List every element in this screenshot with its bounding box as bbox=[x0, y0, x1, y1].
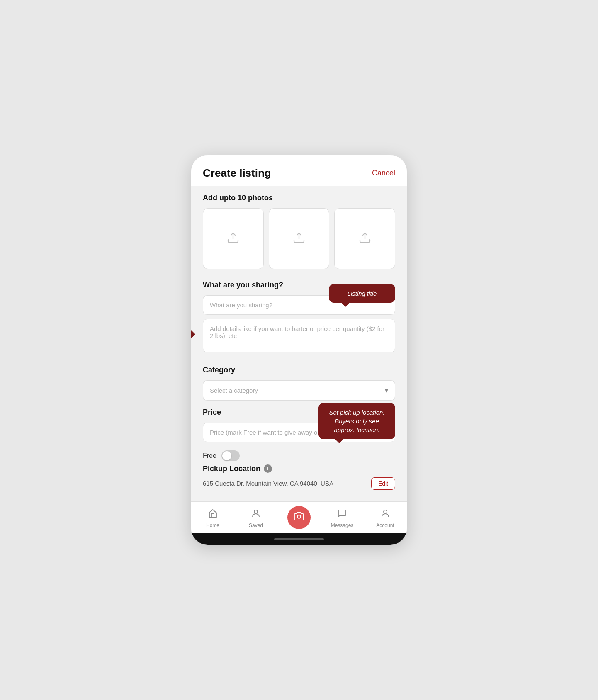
upload-icon-1 bbox=[226, 231, 240, 246]
listing-details-input[interactable] bbox=[203, 319, 395, 352]
saved-icon bbox=[251, 508, 261, 521]
cancel-button[interactable]: Cancel bbox=[372, 169, 395, 177]
nav-label-messages: Messages bbox=[331, 523, 354, 528]
nav-label-saved: Saved bbox=[249, 523, 263, 528]
sharing-title: What are you sharing? bbox=[203, 281, 395, 289]
free-toggle[interactable] bbox=[221, 450, 240, 461]
listing-title-input[interactable] bbox=[203, 295, 395, 315]
svg-point-0 bbox=[254, 510, 258, 513]
nav-item-messages[interactable]: Messages bbox=[328, 508, 357, 528]
category-title: Category bbox=[203, 366, 395, 374]
location-row: 615 Cuesta Dr, Mountain View, CA 94040, … bbox=[203, 477, 395, 490]
home-bar bbox=[274, 538, 324, 540]
price-title: Price bbox=[203, 408, 395, 417]
photos-section: Add upto 10 photos bbox=[203, 186, 395, 273]
photos-label: Add upto 10 photos bbox=[203, 194, 395, 202]
price-input[interactable] bbox=[203, 423, 395, 442]
bottom-nav: Home Saved bbox=[191, 501, 407, 533]
messages-icon bbox=[337, 508, 347, 521]
page-header: Create listing Cancel bbox=[191, 155, 407, 186]
category-placeholder: Select a category bbox=[210, 387, 258, 394]
sharing-section: What are you sharing? bbox=[203, 281, 395, 358]
pickup-title: Pickup Location bbox=[203, 464, 260, 473]
free-row: Free bbox=[203, 450, 395, 461]
phone-screen: Create listing Cancel Add upto 10 photos bbox=[191, 155, 407, 545]
upload-icon-3 bbox=[358, 231, 372, 246]
nav-item-saved[interactable]: Saved bbox=[241, 508, 270, 528]
photo-upload-1[interactable] bbox=[203, 208, 264, 269]
nav-item-account[interactable]: Account bbox=[371, 508, 400, 528]
pickup-section: Pickup Location i 615 Cuesta Dr, Mountai… bbox=[203, 464, 395, 490]
nav-item-home[interactable]: Home bbox=[198, 508, 227, 528]
home-indicator bbox=[191, 533, 407, 545]
nav-item-camera[interactable] bbox=[284, 506, 314, 531]
edit-location-button[interactable]: Edit bbox=[371, 477, 395, 490]
photo-grid bbox=[203, 208, 395, 269]
upload-icon-2 bbox=[292, 231, 306, 246]
price-section: Price Free bbox=[203, 408, 395, 461]
chevron-down-icon: ▾ bbox=[385, 386, 388, 394]
content-container: Add upto 10 photos bbox=[191, 186, 407, 501]
svg-point-1 bbox=[297, 515, 301, 518]
free-label: Free bbox=[203, 452, 216, 459]
category-section: Category Select a category ▾ bbox=[203, 366, 395, 401]
account-icon bbox=[380, 508, 390, 521]
camera-icon bbox=[294, 512, 304, 523]
category-dropdown[interactable]: Select a category ▾ bbox=[203, 380, 395, 401]
toggle-knob bbox=[222, 451, 231, 460]
main-content: Add upto 10 photos bbox=[191, 186, 407, 501]
photo-upload-3[interactable] bbox=[334, 208, 395, 269]
pickup-header: Pickup Location i bbox=[203, 464, 395, 473]
photo-upload-2[interactable] bbox=[269, 208, 330, 269]
nav-label-account: Account bbox=[376, 523, 394, 528]
nav-label-home: Home bbox=[206, 523, 219, 528]
location-text: 615 Cuesta Dr, Mountain View, CA 94040, … bbox=[203, 480, 371, 487]
svg-point-2 bbox=[384, 510, 387, 513]
info-icon: i bbox=[264, 464, 272, 473]
home-icon bbox=[208, 508, 218, 521]
page-title: Create listing bbox=[203, 167, 271, 180]
phone-wrapper: Create listing Cancel Add upto 10 photos bbox=[191, 155, 407, 545]
camera-button[interactable] bbox=[287, 506, 311, 529]
